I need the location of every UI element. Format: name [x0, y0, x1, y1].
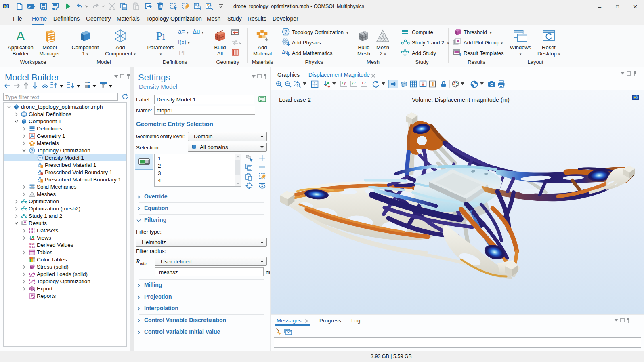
svg-text:?: ?	[39, 156, 42, 160]
svg-text:y: y	[344, 81, 346, 85]
svg-text:Δu: Δu	[282, 49, 288, 55]
svg-text:e-12: e-12	[29, 245, 35, 248]
svg-text:z: z	[364, 81, 366, 85]
svg-text:z: z	[354, 81, 356, 85]
svg-text:8.85: 8.85	[29, 242, 35, 245]
svg-text:A: A	[16, 29, 25, 43]
svg-text:x: x	[342, 81, 344, 85]
svg-text:?: ?	[31, 148, 34, 153]
svg-text:?: ?	[284, 29, 287, 35]
svg-text:Pı: Pı	[156, 30, 166, 42]
svg-text:x: x	[362, 81, 364, 85]
svg-text:y: y	[352, 81, 354, 85]
